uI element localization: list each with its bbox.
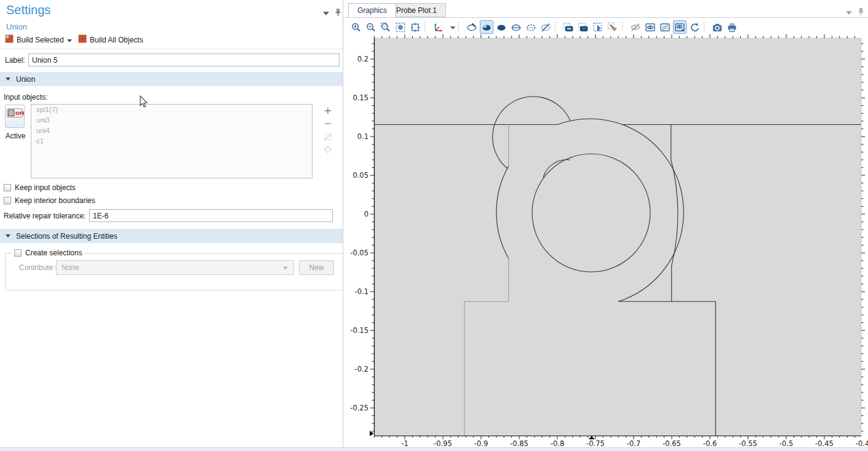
input-objects-list[interactable]: spl1(7)uni3uni4c1 bbox=[31, 104, 313, 178]
union-section-header[interactable]: Union bbox=[0, 72, 343, 86]
build-all-objects-label: Build All Objects bbox=[90, 36, 143, 44]
tab-graphics[interactable]: Graphics bbox=[348, 3, 396, 17]
x-tick-label: -0.8 bbox=[551, 439, 564, 448]
x-tick-label: -0.85 bbox=[510, 439, 528, 448]
settings-window-icons bbox=[322, 8, 341, 18]
graphics-panel: Graphics Probe Plot 1 -1-0.95-0.9-0.85-0… bbox=[343, 0, 868, 451]
image-snapshot-icon[interactable] bbox=[711, 20, 724, 34]
selections-section-title: Selections of Resulting Entities bbox=[16, 232, 117, 241]
zoom-in-icon[interactable] bbox=[349, 20, 363, 34]
collapse-caret-icon[interactable] bbox=[845, 9, 853, 17]
graphics-window-icons bbox=[845, 7, 864, 18]
input-object-item[interactable]: spl1(7) bbox=[31, 105, 312, 115]
x-tick-label: -0.6 bbox=[703, 439, 717, 448]
hide-selected-icon[interactable] bbox=[629, 20, 642, 34]
tab-graphics-label: Graphics bbox=[357, 6, 387, 15]
create-selections-legend: Create selections bbox=[12, 249, 85, 257]
select-edges-icon[interactable] bbox=[509, 20, 523, 34]
contribute-to-combobox[interactable]: None bbox=[56, 260, 294, 275]
toolbar-separator bbox=[458, 22, 459, 31]
x-tick-label: -0.9 bbox=[474, 439, 488, 448]
select-points-icon[interactable] bbox=[524, 20, 538, 34]
combo-caret-icon bbox=[283, 263, 289, 272]
selections-section-header[interactable]: Selections of Resulting Entities bbox=[0, 229, 343, 243]
toolbar-separator bbox=[555, 22, 555, 31]
view-hidden-icon[interactable] bbox=[658, 20, 672, 34]
union-section-title: Union bbox=[16, 75, 35, 84]
settings-title: Settings bbox=[6, 3, 50, 17]
go-to-default-view-icon[interactable] bbox=[431, 20, 445, 34]
remove-icon[interactable] bbox=[323, 119, 333, 129]
tabbar-divider bbox=[343, 17, 868, 18]
new-button[interactable]: New bbox=[299, 260, 334, 275]
keep-interior-boundaries-label: Keep interior boundaries bbox=[15, 196, 95, 205]
pin-icon[interactable] bbox=[858, 7, 864, 18]
x-tick-label: -0.7 bbox=[627, 439, 640, 448]
toolbar-separator bbox=[704, 22, 704, 31]
zoom-out-icon[interactable] bbox=[364, 20, 378, 34]
select-boundaries-icon[interactable] bbox=[495, 20, 508, 34]
remove-from-selection-icon[interactable] bbox=[576, 20, 590, 34]
y-tick-label: -0.05 bbox=[350, 249, 368, 257]
repair-tolerance-label: Relative repair tolerance: bbox=[4, 212, 86, 220]
active-off-icon: OFF bbox=[6, 107, 24, 119]
clear-selection-icon[interactable] bbox=[606, 20, 619, 34]
label-input[interactable] bbox=[28, 54, 340, 66]
print-icon[interactable] bbox=[725, 20, 739, 34]
input-object-item[interactable]: uni3 bbox=[31, 115, 312, 126]
x-tick-label: -0.55 bbox=[739, 439, 757, 448]
create-selections-checkbox[interactable] bbox=[14, 249, 22, 257]
input-object-item[interactable]: c1 bbox=[31, 136, 312, 146]
select-domains-icon[interactable] bbox=[480, 20, 493, 34]
keep-interior-boundaries-row: Keep interior boundaries bbox=[4, 196, 95, 205]
keep-input-objects-label: Keep input objects bbox=[15, 183, 76, 192]
y-tick-label: 0.05 bbox=[352, 171, 368, 180]
toolbar-divider bbox=[0, 49, 343, 49]
svg-text:OFF: OFF bbox=[15, 111, 24, 116]
keep-input-objects-checkbox[interactable] bbox=[4, 184, 11, 191]
section-collapse-icon bbox=[6, 234, 10, 237]
zoom-box-icon[interactable] bbox=[379, 20, 392, 34]
active-toggle-button[interactable]: OFF bbox=[5, 105, 25, 128]
build-selected-icon bbox=[5, 34, 14, 45]
x-tick-label: -0.75 bbox=[586, 439, 605, 448]
add-to-selection-icon[interactable] bbox=[562, 20, 575, 34]
add-icon[interactable] bbox=[323, 106, 333, 116]
input-objects-label: Input objects: bbox=[4, 93, 47, 102]
contribute-to-value: None bbox=[62, 263, 79, 272]
y-tick-label: -0.15 bbox=[350, 326, 368, 335]
zoom-selected-icon[interactable] bbox=[394, 20, 407, 34]
reset-hiding-icon[interactable] bbox=[688, 20, 701, 34]
build-all-objects-icon bbox=[78, 34, 87, 45]
box-select-icon[interactable] bbox=[591, 20, 605, 34]
view-unhidden-icon[interactable] bbox=[643, 20, 657, 34]
repair-tolerance-input[interactable] bbox=[89, 209, 333, 222]
build-all-objects-button[interactable]: Build All Objects bbox=[78, 34, 143, 45]
deselect-icon[interactable] bbox=[539, 20, 552, 34]
keep-interior-boundaries-checkbox[interactable] bbox=[4, 197, 11, 204]
clear-selection-icon[interactable] bbox=[323, 132, 333, 142]
y-tick-label: 0.2 bbox=[357, 55, 368, 63]
input-object-item[interactable]: uni4 bbox=[31, 126, 312, 136]
build-selected-button[interactable]: Build Selected bbox=[5, 34, 73, 45]
collapse-caret-icon[interactable] bbox=[322, 9, 330, 18]
select-objects-icon[interactable] bbox=[465, 20, 479, 34]
y-tick-label: 0 bbox=[364, 210, 368, 218]
pin-icon[interactable] bbox=[335, 8, 341, 18]
application-window: Settings Union Build Selected Build All … bbox=[0, 0, 868, 451]
x-tick-label: -0.4 bbox=[856, 439, 868, 448]
toolbar-separator bbox=[622, 22, 623, 31]
x-tick-label: -0.65 bbox=[663, 439, 681, 448]
window-bottom-strip bbox=[0, 447, 868, 451]
zoom-to-selection-icon[interactable] bbox=[323, 145, 333, 154]
view-menu-caret-icon[interactable] bbox=[446, 20, 460, 34]
show-hidden-icon[interactable] bbox=[673, 20, 687, 34]
plot-canvas[interactable]: -1-0.95-0.9-0.85-0.8-0.75-0.7-0.65-0.6-0… bbox=[343, 34, 868, 451]
build-selected-caret-icon bbox=[67, 36, 73, 44]
y-tick-label: -0.25 bbox=[350, 404, 368, 412]
mouse-cursor bbox=[140, 95, 149, 108]
keep-input-objects-row: Keep input objects bbox=[4, 183, 76, 192]
x-tick-label: -0.45 bbox=[815, 439, 834, 448]
zoom-extents-icon[interactable] bbox=[408, 20, 422, 34]
label-row-caption: Label: bbox=[5, 56, 25, 65]
